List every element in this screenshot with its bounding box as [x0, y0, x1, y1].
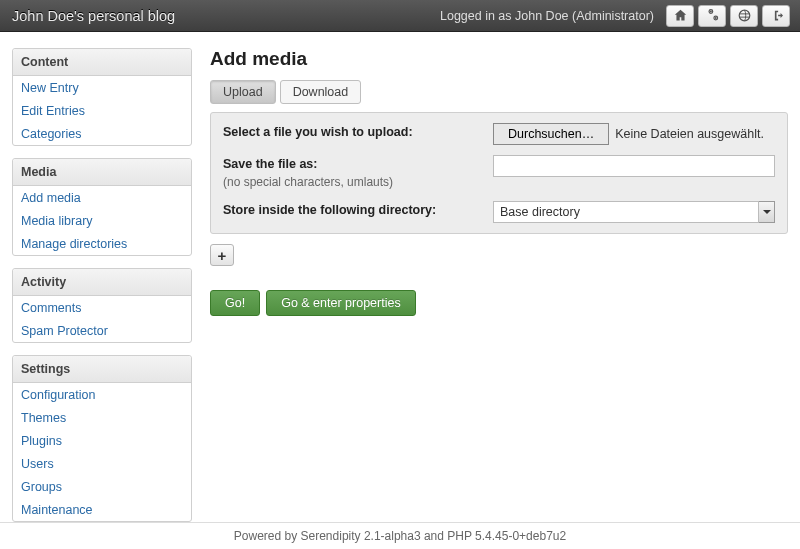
sidebar-item-plugins[interactable]: Plugins: [21, 434, 62, 448]
home-icon-button[interactable]: [666, 5, 694, 27]
tabs: Upload Download: [210, 80, 788, 104]
go-enter-properties-button[interactable]: Go & enter properties: [266, 290, 416, 316]
main-content: Add media Upload Download Select a file …: [210, 48, 788, 510]
nav-section-title: Content: [13, 49, 191, 76]
select-file-label: Select a file you wish to upload:: [223, 123, 493, 141]
saveas-label: Save the file as: (no special characters…: [223, 155, 493, 191]
logged-in-user: Logged in as John Doe (Administrator): [440, 9, 654, 23]
sidebar-item-categories[interactable]: Categories: [21, 127, 81, 141]
nav-section-content: Content New Entry Edit Entries Categorie…: [12, 48, 192, 146]
saveas-input[interactable]: [493, 155, 775, 177]
footer: Powered by Serendipity 2.1-alpha3 and PH…: [0, 522, 800, 549]
nav-section-title: Media: [13, 159, 191, 186]
nav-section-title: Settings: [13, 356, 191, 383]
svg-point-2: [739, 10, 750, 21]
nav-section-title: Activity: [13, 269, 191, 296]
settings-icon-button[interactable]: [698, 5, 726, 27]
saveas-hint: (no special characters, umlauts): [223, 173, 493, 191]
svg-point-0: [709, 10, 711, 12]
sidebar-item-configuration[interactable]: Configuration: [21, 388, 95, 402]
nav-section-media: Media Add media Media library Manage dir…: [12, 158, 192, 256]
directory-select-value: Base directory: [500, 205, 580, 219]
sidebar-item-spam-protector[interactable]: Spam Protector: [21, 324, 108, 338]
directory-select-toggle[interactable]: [759, 201, 775, 223]
svg-point-1: [714, 17, 716, 19]
sidebar-item-themes[interactable]: Themes: [21, 411, 66, 425]
browse-button[interactable]: Durchsuchen…: [493, 123, 609, 145]
footer-text: Powered by Serendipity 2.1-alpha3 and PH…: [234, 529, 566, 543]
directory-select[interactable]: Base directory: [493, 201, 759, 223]
sidebar-item-add-media[interactable]: Add media: [21, 191, 81, 205]
site-title: John Doe's personal blog: [10, 8, 175, 24]
sidebar-item-edit-entries[interactable]: Edit Entries: [21, 104, 85, 118]
go-button[interactable]: Go!: [210, 290, 260, 316]
directory-label: Store inside the following directory:: [223, 201, 493, 219]
globe-icon: [738, 9, 751, 22]
sidebar-item-users[interactable]: Users: [21, 457, 54, 471]
nav-section-settings: Settings Configuration Themes Plugins Us…: [12, 355, 192, 522]
chevron-down-icon: [763, 208, 771, 216]
logout-icon-button[interactable]: [762, 5, 790, 27]
nav-section-activity: Activity Comments Spam Protector: [12, 268, 192, 343]
globe-icon-button[interactable]: [730, 5, 758, 27]
add-more-button[interactable]: +: [210, 244, 234, 266]
topbar: John Doe's personal blog Logged in as Jo…: [0, 0, 800, 32]
tab-download[interactable]: Download: [280, 80, 362, 104]
home-icon: [674, 9, 687, 22]
page-title: Add media: [210, 48, 788, 70]
sidebar-item-new-entry[interactable]: New Entry: [21, 81, 79, 95]
tab-upload[interactable]: Upload: [210, 80, 276, 104]
cogs-icon: [706, 9, 719, 22]
sidebar-item-groups[interactable]: Groups: [21, 480, 62, 494]
logout-icon: [770, 9, 783, 22]
file-status-text: Keine Dateien ausgewählt.: [615, 127, 764, 141]
upload-form: Select a file you wish to upload: Durchs…: [210, 112, 788, 234]
sidebar-item-manage-directories[interactable]: Manage directories: [21, 237, 127, 251]
sidebar-item-media-library[interactable]: Media library: [21, 214, 93, 228]
sidebar-item-comments[interactable]: Comments: [21, 301, 81, 315]
sidebar: Content New Entry Edit Entries Categorie…: [12, 48, 192, 510]
sidebar-item-maintenance[interactable]: Maintenance: [21, 503, 93, 517]
